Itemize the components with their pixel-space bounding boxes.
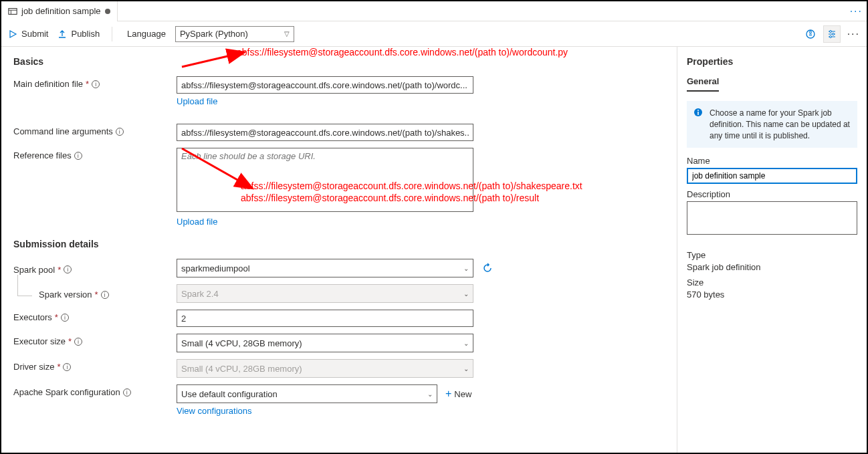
info-icon bbox=[693, 108, 703, 117]
spark-pool-select[interactable]: sparkmediumpool ⌄ bbox=[177, 259, 473, 277]
ref-files-input[interactable] bbox=[177, 148, 473, 212]
required-mark: * bbox=[58, 265, 61, 275]
required-mark: * bbox=[94, 290, 98, 300]
type-value: Spark job definition bbox=[687, 262, 857, 272]
info-icon[interactable]: i bbox=[64, 265, 72, 273]
spark-version-value: Spark 2.4 bbox=[181, 289, 219, 299]
refresh-icon[interactable] bbox=[481, 262, 494, 274]
language-value: PySpark (Python) bbox=[180, 29, 248, 39]
publish-button[interactable]: Publish bbox=[58, 29, 100, 39]
svg-rect-0 bbox=[9, 8, 17, 14]
svg-point-7 bbox=[832, 33, 834, 35]
spark-version-label: Spark version bbox=[39, 290, 92, 300]
info-callout: Choose a name for your Spark job definit… bbox=[687, 101, 857, 148]
properties-header: Properties bbox=[687, 56, 857, 67]
svg-point-8 bbox=[829, 35, 831, 37]
required-mark: * bbox=[55, 312, 58, 322]
driver-size-label: Driver size bbox=[13, 362, 54, 372]
submission-header: Submission details bbox=[13, 239, 665, 249]
chevron-down-icon: ⌄ bbox=[427, 390, 433, 398]
tab-general[interactable]: General bbox=[687, 76, 719, 92]
submit-label: Submit bbox=[21, 29, 48, 39]
tab-more-icon[interactable]: ··· bbox=[850, 5, 863, 17]
view-configs-link[interactable]: View configurations bbox=[177, 406, 252, 416]
info-icon[interactable]: i bbox=[74, 152, 82, 160]
toolbar-more-icon[interactable]: ··· bbox=[847, 28, 860, 40]
required-mark: * bbox=[86, 79, 89, 89]
upload-file-link-2[interactable]: Upload file bbox=[177, 217, 217, 227]
language-label: Language bbox=[127, 29, 166, 39]
description-input[interactable] bbox=[687, 201, 857, 235]
spark-pool-value: sparkmediumpool bbox=[181, 263, 250, 273]
spark-config-label: Apache Spark configuration bbox=[13, 387, 120, 397]
sliders-icon bbox=[827, 29, 837, 39]
tree-line bbox=[17, 275, 32, 296]
chevron-down-icon: ⌄ bbox=[463, 365, 469, 372]
publish-label: Publish bbox=[71, 29, 100, 39]
publish-icon bbox=[58, 29, 67, 39]
cmd-args-label: Command line arguments bbox=[13, 126, 113, 136]
language-select[interactable]: PySpark (Python) ▽ bbox=[175, 26, 294, 42]
cmd-args-input[interactable] bbox=[177, 124, 473, 141]
type-label: Type bbox=[687, 250, 857, 260]
svg-point-5 bbox=[809, 31, 811, 33]
executors-input[interactable] bbox=[177, 310, 473, 327]
svg-point-6 bbox=[829, 30, 831, 32]
basics-header: Basics bbox=[13, 56, 665, 67]
chevron-down-icon: ⌄ bbox=[463, 290, 469, 298]
spark-config-select[interactable]: Use default configuration ⌄ bbox=[177, 384, 437, 403]
size-label: Size bbox=[687, 277, 857, 288]
executor-size-value: Small (4 vCPU, 28GB memory) bbox=[181, 338, 302, 348]
description-label: Description bbox=[687, 189, 857, 199]
spark-version-select: Spark 2.4 ⌄ bbox=[177, 284, 473, 303]
info-icon[interactable]: i bbox=[101, 291, 109, 299]
info-icon[interactable]: i bbox=[92, 80, 100, 88]
executor-size-select[interactable]: Small (4 vCPU, 28GB memory) ⌄ bbox=[177, 334, 473, 352]
upload-file-link[interactable]: Upload file bbox=[177, 96, 217, 106]
ref-files-label: Reference files bbox=[13, 150, 72, 160]
new-config-button[interactable]: + New bbox=[445, 388, 471, 400]
driver-size-select: Small (4 vCPU, 28GB memory) ⌄ bbox=[177, 359, 473, 378]
chevron-down-icon: ⌄ bbox=[463, 265, 469, 272]
info-icon[interactable]: i bbox=[61, 314, 69, 322]
info-icon[interactable]: i bbox=[63, 363, 71, 371]
svg-point-14 bbox=[697, 110, 699, 111]
svg-marker-3 bbox=[10, 31, 16, 37]
toolbar-separator bbox=[112, 27, 112, 41]
settings-button[interactable] bbox=[823, 25, 841, 43]
chevron-down-icon: ▽ bbox=[284, 30, 290, 37]
main-def-file-label: Main definition file bbox=[13, 79, 83, 89]
play-icon bbox=[8, 29, 17, 39]
svg-rect-15 bbox=[697, 112, 699, 115]
tab-bar: job definition sample ··· bbox=[1, 1, 867, 21]
info-icon[interactable]: i bbox=[116, 128, 124, 136]
name-input[interactable] bbox=[687, 168, 857, 184]
spark-pool-label: Spark pool bbox=[13, 265, 55, 275]
executors-label: Executors bbox=[13, 312, 52, 322]
info-icon[interactable]: i bbox=[123, 388, 131, 396]
info-icon[interactable]: i bbox=[74, 338, 82, 346]
plus-icon: + bbox=[445, 388, 451, 400]
chevron-down-icon: ⌄ bbox=[463, 340, 469, 347]
required-mark: * bbox=[57, 362, 60, 372]
tab-title: job definition sample bbox=[21, 6, 101, 16]
properties-panel: Properties General Choose a name for you… bbox=[677, 47, 867, 453]
tab-dirty-indicator bbox=[105, 9, 110, 14]
spark-config-value: Use default configuration bbox=[181, 389, 278, 399]
executor-size-label: Executor size bbox=[13, 336, 66, 346]
editor-tab[interactable]: job definition sample bbox=[1, 1, 118, 21]
main-def-file-input[interactable] bbox=[177, 76, 473, 94]
learn-icon[interactable] bbox=[804, 28, 817, 40]
driver-size-value: Small (4 vCPU, 28GB memory) bbox=[181, 364, 302, 374]
job-icon bbox=[8, 7, 17, 16]
required-mark: * bbox=[68, 336, 72, 346]
info-text: Choose a name for your Spark job definit… bbox=[710, 108, 850, 140]
new-label: New bbox=[454, 389, 471, 399]
name-label: Name bbox=[687, 156, 857, 166]
size-value: 570 bytes bbox=[687, 290, 857, 300]
toolbar: Submit Publish Language PySpark (Python)… bbox=[1, 21, 867, 47]
form-panel: abfss://filesystem@storageaccount.dfs.co… bbox=[1, 47, 677, 453]
submit-button[interactable]: Submit bbox=[8, 29, 48, 39]
